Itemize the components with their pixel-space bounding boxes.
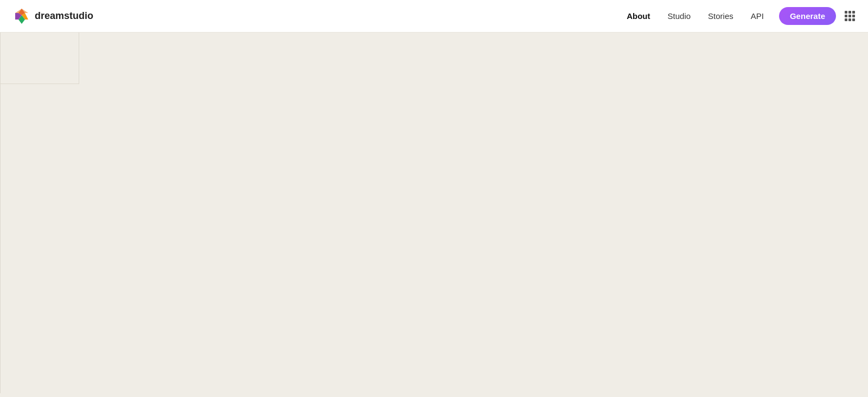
nav-link-api[interactable]: API: [744, 8, 770, 24]
nav-link-studio[interactable]: Studio: [661, 8, 698, 24]
apps-icon[interactable]: [845, 11, 855, 21]
navigation: dreamstudio About Studio Stories API Gen…: [0, 0, 868, 33]
grid-dot: [848, 18, 851, 21]
grid-dot: [852, 18, 855, 21]
logo-text: dreamstudio: [35, 10, 93, 22]
grid-dot: [845, 11, 847, 14]
grid-dot: [852, 15, 855, 17]
grid-dot: [852, 11, 855, 14]
nav-link-stories[interactable]: Stories: [701, 8, 740, 24]
generate-button[interactable]: Generate: [779, 7, 836, 25]
nav-link-about[interactable]: About: [620, 8, 656, 24]
nav-links: About Studio Stories API Generate: [620, 7, 855, 25]
empty-tile: [1, 33, 79, 84]
grid-dot: [845, 18, 847, 21]
grid-dot: [845, 15, 847, 17]
grid-dot: [848, 15, 851, 17]
image-grid: [0, 33, 868, 393]
grid-dot: [848, 11, 851, 14]
main-content: [0, 33, 868, 397]
logo-icon: [13, 8, 30, 25]
logo[interactable]: dreamstudio: [13, 8, 93, 25]
